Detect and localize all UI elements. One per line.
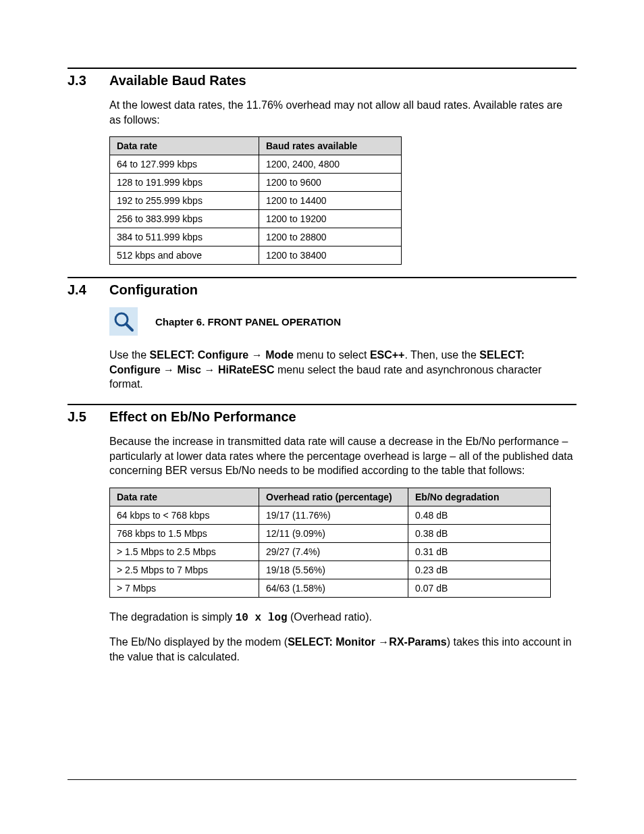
- table-cell: 64 kbps to < 768 kbps: [110, 506, 259, 524]
- section-body-j5: Because the increase in transmitted data…: [109, 434, 576, 664]
- paragraph: At the lowest data rates, the 11.76% ove…: [109, 98, 576, 127]
- document-page: J.3 Available Baud Rates At the lowest d…: [0, 0, 644, 834]
- table-cell: 0.38 dB: [408, 524, 551, 542]
- section-heading-j3: J.3 Available Baud Rates: [68, 73, 576, 88]
- section-rule: [68, 68, 576, 69]
- table-row: 64 kbps to < 768 kbps19/17 (11.76%)0.48 …: [110, 506, 551, 524]
- svg-line-1: [126, 324, 132, 330]
- table-row: 768 kbps to 1.5 Mbps12/11 (9.09%)0.38 dB: [110, 524, 551, 542]
- baud-rate-table: Data rate Baud rates available 64 to 127…: [109, 136, 402, 265]
- section-rule: [68, 277, 576, 278]
- section-number: J.3: [68, 73, 109, 88]
- table-row: 128 to 191.999 kbps1200 to 9600: [110, 174, 402, 192]
- table-cell: 192 to 255.999 kbps: [110, 192, 259, 210]
- section-title: Configuration: [109, 282, 198, 298]
- section-heading-j5: J.5 Effect on Eb/No Performance: [68, 409, 576, 425]
- table-cell: 0.48 dB: [408, 506, 551, 524]
- paragraph: The degradation is simply 10 x log (Over…: [109, 610, 576, 626]
- section-number: J.4: [68, 282, 109, 298]
- reference-text: Chapter 6. FRONT PANEL OPERATION: [155, 316, 341, 328]
- section-body-j3: At the lowest data rates, the 11.76% ove…: [109, 98, 576, 265]
- section-number: J.5: [68, 409, 109, 425]
- table-cell: 1200 to 19200: [259, 210, 402, 228]
- table-cell: 512 kbps and above: [110, 246, 259, 265]
- table-cell: 128 to 191.999 kbps: [110, 174, 259, 192]
- reference-row: Chapter 6. FRONT PANEL OPERATION: [109, 307, 576, 336]
- table-row: 192 to 255.999 kbps1200 to 14400: [110, 192, 402, 210]
- section-title: Available Baud Rates: [109, 73, 246, 88]
- ebno-table: Data rate Overhead ratio (percentage) Eb…: [109, 488, 551, 598]
- table-row: 384 to 511.999 kbps1200 to 28800: [110, 228, 402, 246]
- col-header: Data rate: [110, 137, 259, 155]
- table-cell: 768 kbps to 1.5 Mbps: [110, 524, 259, 542]
- section-body-j4: Chapter 6. FRONT PANEL OPERATION Use the…: [109, 307, 576, 392]
- paragraph: Use the SELECT: Configure → Mode menu to…: [109, 348, 576, 392]
- col-header: Overhead ratio (percentage): [259, 488, 408, 506]
- table-cell: 19/18 (5.56%): [259, 561, 408, 579]
- table-header-row: Data rate Baud rates available: [110, 137, 402, 155]
- paragraph: The Eb/No displayed by the modem (SELECT…: [109, 635, 576, 664]
- table-row: > 1.5 Mbps to 2.5 Mbps29/27 (7.4%)0.31 d…: [110, 542, 551, 561]
- table-cell: > 1.5 Mbps to 2.5 Mbps: [110, 542, 259, 561]
- table-cell: 0.23 dB: [408, 561, 551, 579]
- table-row: > 7 Mbps64/63 (1.58%)0.07 dB: [110, 579, 551, 597]
- section-heading-j4: J.4 Configuration: [68, 282, 576, 298]
- table-cell: 29/27 (7.4%): [259, 542, 408, 561]
- footer-rule: [68, 779, 576, 780]
- table-cell: 19/17 (11.76%): [259, 506, 408, 524]
- paragraph: Because the increase in transmitted data…: [109, 434, 576, 478]
- table-cell: 1200 to 9600: [259, 174, 402, 192]
- table-cell: 64 to 127.999 kbps: [110, 155, 259, 174]
- table-cell: 1200, 2400, 4800: [259, 155, 402, 174]
- table-row: 256 to 383.999 kbps1200 to 19200: [110, 210, 402, 228]
- table-cell: > 7 Mbps: [110, 579, 259, 597]
- magnifier-icon: [109, 307, 138, 336]
- table-cell: 1200 to 14400: [259, 192, 402, 210]
- table-row: 64 to 127.999 kbps1200, 2400, 4800: [110, 155, 402, 174]
- table-cell: 12/11 (9.09%): [259, 524, 408, 542]
- table-row: 512 kbps and above1200 to 38400: [110, 246, 402, 265]
- table-cell: 384 to 511.999 kbps: [110, 228, 259, 246]
- col-header: Eb/No degradation: [408, 488, 551, 506]
- section-rule: [68, 404, 576, 405]
- table-cell: 0.31 dB: [408, 542, 551, 561]
- table-header-row: Data rate Overhead ratio (percentage) Eb…: [110, 488, 551, 506]
- col-header: Baud rates available: [259, 137, 402, 155]
- table-cell: 256 to 383.999 kbps: [110, 210, 259, 228]
- table-cell: 64/63 (1.58%): [259, 579, 408, 597]
- col-header: Data rate: [110, 488, 259, 506]
- section-title: Effect on Eb/No Performance: [109, 409, 296, 425]
- table-cell: > 2.5 Mbps to 7 Mbps: [110, 561, 259, 579]
- table-row: > 2.5 Mbps to 7 Mbps19/18 (5.56%)0.23 dB: [110, 561, 551, 579]
- table-cell: 1200 to 28800: [259, 228, 402, 246]
- table-cell: 0.07 dB: [408, 579, 551, 597]
- table-cell: 1200 to 38400: [259, 246, 402, 265]
